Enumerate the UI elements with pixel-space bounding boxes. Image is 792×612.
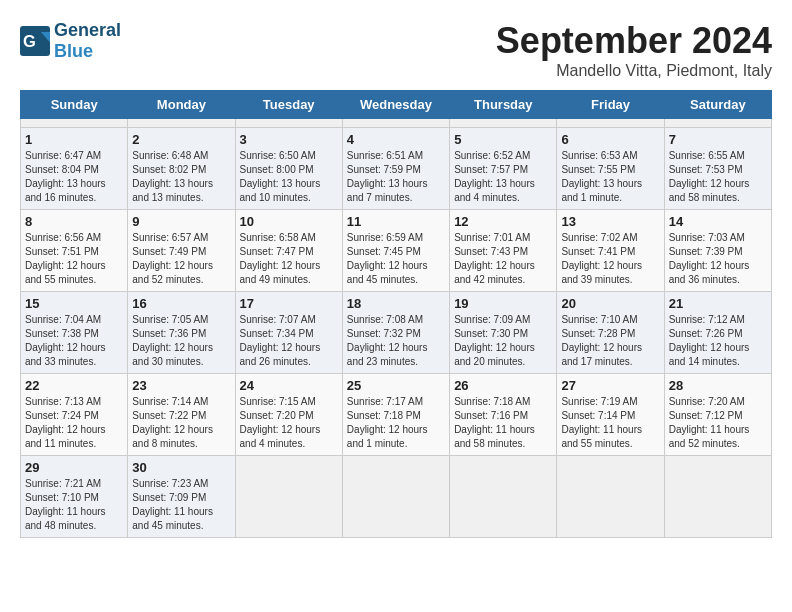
svg-text:G: G <box>23 32 36 50</box>
day-detail: Sunrise: 6:47 AM Sunset: 8:04 PM Dayligh… <box>25 149 123 205</box>
calendar-cell: 5Sunrise: 6:52 AM Sunset: 7:57 PM Daylig… <box>450 128 557 210</box>
logo-icon: G <box>20 26 50 56</box>
day-detail: Sunrise: 7:17 AM Sunset: 7:18 PM Dayligh… <box>347 395 445 451</box>
day-detail: Sunrise: 7:01 AM Sunset: 7:43 PM Dayligh… <box>454 231 552 287</box>
calendar-cell: 25Sunrise: 7:17 AM Sunset: 7:18 PM Dayli… <box>342 374 449 456</box>
day-detail: Sunrise: 6:55 AM Sunset: 7:53 PM Dayligh… <box>669 149 767 205</box>
day-detail: Sunrise: 6:57 AM Sunset: 7:49 PM Dayligh… <box>132 231 230 287</box>
day-number: 22 <box>25 378 123 393</box>
calendar-cell: 29Sunrise: 7:21 AM Sunset: 7:10 PM Dayli… <box>21 456 128 538</box>
calendar-cell <box>557 119 664 128</box>
month-title: September 2024 <box>496 20 772 62</box>
day-detail: Sunrise: 6:59 AM Sunset: 7:45 PM Dayligh… <box>347 231 445 287</box>
weekday-header-row: SundayMondayTuesdayWednesdayThursdayFrid… <box>21 91 772 119</box>
calendar-week-2: 1Sunrise: 6:47 AM Sunset: 8:04 PM Daylig… <box>21 128 772 210</box>
day-number: 20 <box>561 296 659 311</box>
weekday-header-wednesday: Wednesday <box>342 91 449 119</box>
calendar-cell: 12Sunrise: 7:01 AM Sunset: 7:43 PM Dayli… <box>450 210 557 292</box>
day-detail: Sunrise: 7:08 AM Sunset: 7:32 PM Dayligh… <box>347 313 445 369</box>
logo-blue: Blue <box>54 41 93 61</box>
calendar-cell: 23Sunrise: 7:14 AM Sunset: 7:22 PM Dayli… <box>128 374 235 456</box>
day-detail: Sunrise: 6:50 AM Sunset: 8:00 PM Dayligh… <box>240 149 338 205</box>
day-detail: Sunrise: 6:48 AM Sunset: 8:02 PM Dayligh… <box>132 149 230 205</box>
day-detail: Sunrise: 7:07 AM Sunset: 7:34 PM Dayligh… <box>240 313 338 369</box>
calendar-cell: 19Sunrise: 7:09 AM Sunset: 7:30 PM Dayli… <box>450 292 557 374</box>
day-number: 1 <box>25 132 123 147</box>
weekday-header-friday: Friday <box>557 91 664 119</box>
calendar-cell <box>664 119 771 128</box>
calendar-cell <box>235 456 342 538</box>
calendar-cell: 4Sunrise: 6:51 AM Sunset: 7:59 PM Daylig… <box>342 128 449 210</box>
day-detail: Sunrise: 7:15 AM Sunset: 7:20 PM Dayligh… <box>240 395 338 451</box>
calendar-cell <box>450 119 557 128</box>
calendar-cell <box>128 119 235 128</box>
calendar-cell: 20Sunrise: 7:10 AM Sunset: 7:28 PM Dayli… <box>557 292 664 374</box>
day-number: 2 <box>132 132 230 147</box>
day-number: 9 <box>132 214 230 229</box>
day-number: 30 <box>132 460 230 475</box>
calendar-cell: 13Sunrise: 7:02 AM Sunset: 7:41 PM Dayli… <box>557 210 664 292</box>
day-number: 25 <box>347 378 445 393</box>
weekday-header-sunday: Sunday <box>21 91 128 119</box>
calendar-cell: 3Sunrise: 6:50 AM Sunset: 8:00 PM Daylig… <box>235 128 342 210</box>
day-detail: Sunrise: 7:10 AM Sunset: 7:28 PM Dayligh… <box>561 313 659 369</box>
calendar-cell: 10Sunrise: 6:58 AM Sunset: 7:47 PM Dayli… <box>235 210 342 292</box>
calendar-cell: 17Sunrise: 7:07 AM Sunset: 7:34 PM Dayli… <box>235 292 342 374</box>
weekday-header-saturday: Saturday <box>664 91 771 119</box>
calendar-cell: 16Sunrise: 7:05 AM Sunset: 7:36 PM Dayli… <box>128 292 235 374</box>
calendar-cell: 21Sunrise: 7:12 AM Sunset: 7:26 PM Dayli… <box>664 292 771 374</box>
calendar-cell: 22Sunrise: 7:13 AM Sunset: 7:24 PM Dayli… <box>21 374 128 456</box>
day-number: 11 <box>347 214 445 229</box>
day-number: 21 <box>669 296 767 311</box>
calendar-cell: 7Sunrise: 6:55 AM Sunset: 7:53 PM Daylig… <box>664 128 771 210</box>
calendar-cell <box>342 119 449 128</box>
calendar-cell: 26Sunrise: 7:18 AM Sunset: 7:16 PM Dayli… <box>450 374 557 456</box>
day-number: 3 <box>240 132 338 147</box>
calendar-cell <box>664 456 771 538</box>
day-number: 4 <box>347 132 445 147</box>
day-detail: Sunrise: 7:05 AM Sunset: 7:36 PM Dayligh… <box>132 313 230 369</box>
calendar-cell: 14Sunrise: 7:03 AM Sunset: 7:39 PM Dayli… <box>664 210 771 292</box>
day-detail: Sunrise: 7:19 AM Sunset: 7:14 PM Dayligh… <box>561 395 659 451</box>
day-detail: Sunrise: 7:12 AM Sunset: 7:26 PM Dayligh… <box>669 313 767 369</box>
day-detail: Sunrise: 6:52 AM Sunset: 7:57 PM Dayligh… <box>454 149 552 205</box>
day-number: 28 <box>669 378 767 393</box>
day-number: 14 <box>669 214 767 229</box>
logo-general: General <box>54 20 121 40</box>
day-number: 17 <box>240 296 338 311</box>
day-number: 24 <box>240 378 338 393</box>
calendar-cell: 18Sunrise: 7:08 AM Sunset: 7:32 PM Dayli… <box>342 292 449 374</box>
calendar-cell <box>235 119 342 128</box>
day-detail: Sunrise: 7:18 AM Sunset: 7:16 PM Dayligh… <box>454 395 552 451</box>
calendar-cell <box>342 456 449 538</box>
day-detail: Sunrise: 7:14 AM Sunset: 7:22 PM Dayligh… <box>132 395 230 451</box>
day-detail: Sunrise: 7:13 AM Sunset: 7:24 PM Dayligh… <box>25 395 123 451</box>
calendar-week-1 <box>21 119 772 128</box>
calendar-cell: 28Sunrise: 7:20 AM Sunset: 7:12 PM Dayli… <box>664 374 771 456</box>
calendar-week-4: 15Sunrise: 7:04 AM Sunset: 7:38 PM Dayli… <box>21 292 772 374</box>
day-number: 29 <box>25 460 123 475</box>
day-number: 5 <box>454 132 552 147</box>
day-detail: Sunrise: 7:20 AM Sunset: 7:12 PM Dayligh… <box>669 395 767 451</box>
calendar-week-5: 22Sunrise: 7:13 AM Sunset: 7:24 PM Dayli… <box>21 374 772 456</box>
calendar-cell <box>450 456 557 538</box>
day-number: 13 <box>561 214 659 229</box>
day-detail: Sunrise: 6:56 AM Sunset: 7:51 PM Dayligh… <box>25 231 123 287</box>
calendar-cell: 27Sunrise: 7:19 AM Sunset: 7:14 PM Dayli… <box>557 374 664 456</box>
weekday-header-tuesday: Tuesday <box>235 91 342 119</box>
day-number: 18 <box>347 296 445 311</box>
calendar-cell: 9Sunrise: 6:57 AM Sunset: 7:49 PM Daylig… <box>128 210 235 292</box>
day-detail: Sunrise: 7:02 AM Sunset: 7:41 PM Dayligh… <box>561 231 659 287</box>
calendar-table: SundayMondayTuesdayWednesdayThursdayFrid… <box>20 90 772 538</box>
day-number: 27 <box>561 378 659 393</box>
calendar-cell <box>21 119 128 128</box>
day-number: 12 <box>454 214 552 229</box>
calendar-week-3: 8Sunrise: 6:56 AM Sunset: 7:51 PM Daylig… <box>21 210 772 292</box>
day-detail: Sunrise: 7:21 AM Sunset: 7:10 PM Dayligh… <box>25 477 123 533</box>
calendar-cell: 15Sunrise: 7:04 AM Sunset: 7:38 PM Dayli… <box>21 292 128 374</box>
calendar-cell: 24Sunrise: 7:15 AM Sunset: 7:20 PM Dayli… <box>235 374 342 456</box>
day-number: 6 <box>561 132 659 147</box>
day-number: 8 <box>25 214 123 229</box>
calendar-week-6: 29Sunrise: 7:21 AM Sunset: 7:10 PM Dayli… <box>21 456 772 538</box>
calendar-cell: 6Sunrise: 6:53 AM Sunset: 7:55 PM Daylig… <box>557 128 664 210</box>
